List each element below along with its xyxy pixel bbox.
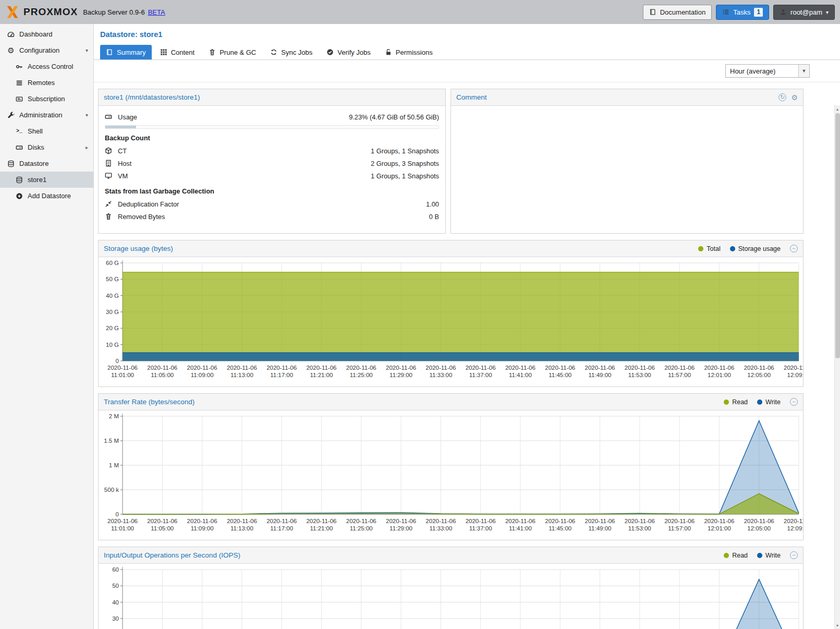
legend-label: Write [765, 552, 781, 559]
tab-sync-jobs[interactable]: Sync Jobs [264, 45, 318, 59]
tabbar: Summary Content Prune & GC Sync Jobs [94, 42, 840, 60]
legend-item-read[interactable]: Read [724, 552, 748, 559]
usage-progress-bar [105, 125, 439, 129]
row-value: 1 Groups, 1 Snapshots [371, 147, 439, 155]
svg-text:0: 0 [116, 358, 119, 364]
chevron-down-icon[interactable]: ▼ [798, 65, 809, 77]
svg-text:2020-11-06: 2020-11-06 [466, 518, 496, 524]
beta-link[interactable]: BETA [148, 8, 165, 16]
collapse-icon[interactable]: − [790, 398, 798, 406]
gear-icon[interactable]: ⚙ [791, 94, 798, 101]
user-icon [780, 8, 787, 16]
legend-label: Read [732, 398, 748, 406]
backup-count-row-host: Host 2 Groups, 3 Snapshots [105, 157, 439, 170]
tab-prune-gc[interactable]: Prune & GC [203, 45, 262, 59]
svg-text:2020-11-06: 2020-11-06 [306, 518, 336, 524]
chevron-right-icon[interactable]: ▸ [86, 144, 88, 150]
tab-permissions[interactable]: Permissions [379, 45, 439, 59]
datastore-summary-panel: store1 (/mnt/datastores/store1) Usage 9.… [98, 89, 446, 234]
sidebar-item-add-datastore[interactable]: Add Datastore [0, 188, 93, 204]
sidebar-item-remotes[interactable]: Remotes [0, 75, 93, 91]
tasks-button[interactable]: Tasks 1 [716, 5, 769, 20]
comment-editor[interactable] [451, 106, 803, 233]
tab-summary[interactable]: Summary [100, 45, 152, 59]
tab-content[interactable]: Content [154, 45, 201, 59]
legend-item-write[interactable]: Write [757, 398, 781, 406]
svg-text:2020-11-06: 2020-11-06 [744, 518, 774, 524]
svg-text:2020-11-06: 2020-11-06 [625, 365, 655, 371]
tab-label: Summary [117, 49, 146, 56]
svg-text:50: 50 [112, 583, 119, 589]
sidebar-item-datastore[interactable]: Datastore [0, 155, 93, 172]
svg-text:2020-11-06: 2020-11-06 [425, 365, 456, 371]
sidebar-item-configuration[interactable]: ⚙ Configuration ▾ [0, 42, 93, 58]
svg-text:11:33:00: 11:33:00 [429, 372, 452, 378]
svg-text:11:25:00: 11:25:00 [350, 525, 373, 531]
sidebar-item-access-control[interactable]: Access Control [0, 58, 93, 75]
gear-icon: ⚙ [6, 46, 16, 54]
svg-text:11:41:00: 11:41:00 [509, 372, 532, 378]
svg-text:2020-11-06: 2020-11-06 [227, 518, 257, 524]
scroll-down-icon[interactable]: ▼ [835, 622, 840, 629]
refresh-icon[interactable]: ↻ [778, 93, 786, 101]
sidebar-item-label: store1 [28, 176, 46, 184]
svg-text:11:01:00: 11:01:00 [111, 525, 134, 531]
row-value: 1.00 [426, 200, 439, 208]
topbar-actions: Documentation Tasks 1 root@pam ▾ [643, 5, 835, 20]
row-value: 0 B [429, 213, 439, 221]
svg-text:2020-11-06: 2020-11-06 [664, 365, 695, 371]
sidebar-item-subscription[interactable]: Subscription [0, 91, 93, 107]
sidebar-item-disks[interactable]: Disks ▸ [0, 139, 93, 155]
series-color-dot [730, 246, 735, 251]
svg-text:2020-11-06: 2020-11-06 [147, 518, 177, 524]
svg-text:2020-11-06: 2020-11-06 [107, 518, 138, 524]
svg-text:2020-11-06: 2020-11-06 [306, 365, 336, 371]
timerange-combobox[interactable]: Hour (average) ▼ [725, 64, 810, 78]
iops-chart: 2020-11-0611:01:002020-11-0611:05:002020… [99, 564, 803, 629]
sidebar-item-shell[interactable]: >_ Shell [0, 123, 93, 139]
sidebar-item-label: Dashboard [19, 30, 53, 38]
sidebar-item-dashboard[interactable]: Dashboard [0, 26, 93, 42]
drive-icon [105, 113, 114, 120]
legend-item-write[interactable]: Write [757, 552, 781, 559]
chevron-down-icon[interactable]: ▾ [86, 112, 88, 118]
check-circle-icon [326, 49, 334, 56]
svg-text:11:57:00: 11:57:00 [668, 372, 691, 378]
building-icon [105, 160, 114, 167]
svg-text:11:29:00: 11:29:00 [389, 372, 412, 378]
svg-text:11:09:00: 11:09:00 [191, 372, 214, 378]
svg-text:11:45:00: 11:45:00 [549, 372, 571, 378]
scroll-up-icon[interactable]: ▲ [835, 105, 840, 113]
gc-row-dedup: Deduplication Factor 1.00 [105, 198, 439, 210]
terminal-icon: >_ [15, 128, 24, 134]
svg-text:60: 60 [112, 566, 119, 573]
gc-row-removed-bytes: Removed Bytes 0 B [105, 210, 439, 223]
chevron-down-icon: ▾ [826, 9, 829, 15]
product-version: Backup Server 0.9-6 [83, 8, 145, 16]
collapse-icon[interactable]: − [790, 551, 798, 559]
tab-verify-jobs[interactable]: Verify Jobs [321, 45, 376, 59]
svg-text:2020-11-06: 2020-11-06 [266, 518, 297, 524]
svg-text:2020-11-06: 2020-11-06 [227, 365, 257, 371]
svg-text:30: 30 [112, 615, 119, 622]
sidebar-item-administration[interactable]: Administration ▾ [0, 107, 93, 123]
svg-text:11:17:00: 11:17:00 [270, 525, 293, 531]
vertical-scrollbar[interactable]: ▲ ▼ [834, 105, 840, 629]
documentation-button[interactable]: Documentation [643, 5, 712, 20]
legend-item-storage-usage[interactable]: Storage usage [730, 245, 781, 252]
collapse-icon[interactable]: − [790, 245, 798, 252]
sidebar-item-store1[interactable]: store1 [0, 172, 93, 188]
svg-text:12:01:00: 12:01:00 [708, 372, 731, 378]
svg-text:2020-11-06: 2020-11-06 [505, 365, 535, 371]
row-label: VM [118, 172, 128, 180]
panel-title: Transfer Rate (bytes/second) [104, 398, 194, 406]
user-menu-button[interactable]: root@pam ▾ [773, 5, 835, 20]
svg-text:2020-11-06: 2020-11-06 [625, 518, 655, 524]
scrollbar-thumb[interactable] [835, 113, 840, 358]
legend-item-total[interactable]: Total [698, 245, 720, 252]
chevron-down-icon[interactable]: ▾ [86, 47, 88, 53]
legend-item-read[interactable]: Read [724, 398, 748, 406]
svg-text:2020-11-06: 2020-11-06 [147, 365, 177, 371]
svg-text:11:41:00: 11:41:00 [509, 525, 532, 531]
svg-text:11:21:00: 11:21:00 [310, 525, 333, 531]
